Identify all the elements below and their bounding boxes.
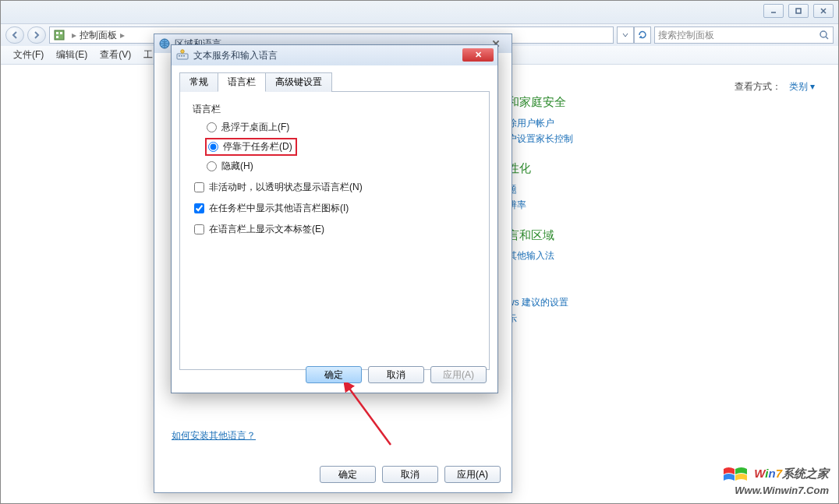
svg-rect-5 [56,32,58,34]
tabstrip: 常规 语言栏 高级键设置 [179,72,490,91]
menu-edit[interactable]: 编辑(E) [50,46,94,64]
svg-rect-4 [55,30,64,40]
region-ok-button[interactable]: 确定 [320,466,376,483]
radio-float-desktop[interactable]: 悬浮于桌面上(F) [207,121,476,134]
radio-input[interactable] [208,142,218,152]
tab-advanced-keys[interactable]: 高级键设置 [265,72,332,92]
menu-file[interactable]: 文件(F) [7,46,50,64]
lang-apply-button[interactable]: 应用(A) [430,366,487,383]
svg-rect-16 [183,55,185,57]
radio-input[interactable] [207,161,217,171]
category-link[interactable]: 辨率 [508,197,573,213]
menu-view[interactable]: 查看(V) [94,46,137,64]
checkbox-show-text-labels[interactable]: 在语言栏上显示文本标签(E) [194,223,476,236]
breadcrumb[interactable]: 控制面板 [80,29,117,42]
forward-button[interactable] [27,26,46,44]
tab-language-bar[interactable]: 语言栏 [218,72,266,92]
checkbox-show-extra-icons[interactable]: 在任务栏中显示其他语言栏图标(I) [194,202,476,215]
category-heading[interactable]: 言和区域 [508,224,573,247]
how-install-languages-link[interactable]: 如何安装其他语言？ [172,429,256,442]
category-link[interactable]: 除用户帐户 [508,115,573,131]
checkbox-input[interactable] [194,224,204,234]
dropdown-button[interactable] [617,26,634,44]
chevron-down-icon: ▾ [810,81,815,92]
windows-flag-icon [722,466,749,485]
svg-point-8 [820,31,827,37]
search-placeholder: 搜索控制面板 [658,29,714,42]
radio-input[interactable] [207,122,217,132]
dialog-titlebar[interactable]: 文本服务和输入语言 ✕ [172,45,497,65]
svg-rect-7 [56,36,58,38]
lang-ok-button[interactable]: 确定 [306,366,362,383]
radio-hidden[interactable]: 隐藏(H) [207,160,476,173]
region-apply-button[interactable]: 应用(A) [444,466,501,483]
tab-general[interactable]: 常规 [179,72,218,92]
back-button[interactable] [5,26,24,44]
svg-rect-14 [179,55,180,57]
minimize-button[interactable] [763,4,784,18]
tab-panel: 语言栏 悬浮于桌面上(F) 停靠于任务栏(D) 隐藏(H) 非活动时，以透明状态… [179,91,490,370]
watermark-url: Www.Winwin7.Com [735,485,829,496]
svg-rect-6 [60,32,62,34]
globe-icon [159,38,170,49]
checkbox-input[interactable] [194,182,204,192]
dialog-close-button[interactable]: ✕ [462,48,494,62]
lang-cancel-button[interactable]: 取消 [368,366,424,383]
control-panel-icon [53,29,65,41]
category-link[interactable]: ws 建议的设置 [508,294,573,310]
radio-dock-taskbar[interactable]: 停靠于任务栏(D) [208,140,292,153]
checkbox-input[interactable] [194,203,204,213]
category-link[interactable]: 题 [508,182,573,197]
svg-line-9 [826,37,828,39]
window-titlebar [1,1,838,24]
keyboard-icon [176,49,189,62]
view-mode-link[interactable]: 类别 [789,81,808,92]
category-heading[interactable]: 和家庭安全 [508,91,573,114]
highlight-box: 停靠于任务栏(D) [205,138,297,156]
svg-point-17 [181,50,184,53]
region-cancel-button[interactable]: 取消 [382,466,438,483]
view-mode: 查看方式： 类别 ▾ [735,80,815,93]
chevron-right-icon: ▸ [69,30,80,41]
svg-rect-1 [796,9,801,13]
category-heading[interactable]: 性化 [508,157,573,180]
search-icon [819,30,830,43]
svg-rect-15 [181,55,182,57]
dialog-title: 文本服务和输入语言 [193,49,278,62]
search-input[interactable]: 搜索控制面板 [654,26,834,44]
checkbox-transparent-inactive[interactable]: 非活动时，以透明状态显示语言栏(N) [194,181,476,194]
maximize-button[interactable] [788,4,809,18]
refresh-button[interactable] [634,26,651,44]
text-services-dialog: 文本服务和输入语言 ✕ 常规 语言栏 高级键设置 语言栏 悬浮于桌面上(F) 停… [171,44,498,393]
category-link[interactable]: 户设置家长控制 [508,131,573,146]
category-link[interactable]: 示 [508,311,573,326]
watermark: Win7Win7系统之家系统之家 Www.Winwin7.Com [722,466,829,497]
category-link[interactable]: 其他输入法 [508,248,573,263]
group-label: 语言栏 [193,103,476,116]
chevron-right-icon: ▸ [117,30,128,41]
window-close-button[interactable] [813,4,834,18]
category-list: 和家庭安全 除用户帐户 户设置家长控制 性化 题 辨率 言和区域 其他输入法 w… [508,80,573,326]
